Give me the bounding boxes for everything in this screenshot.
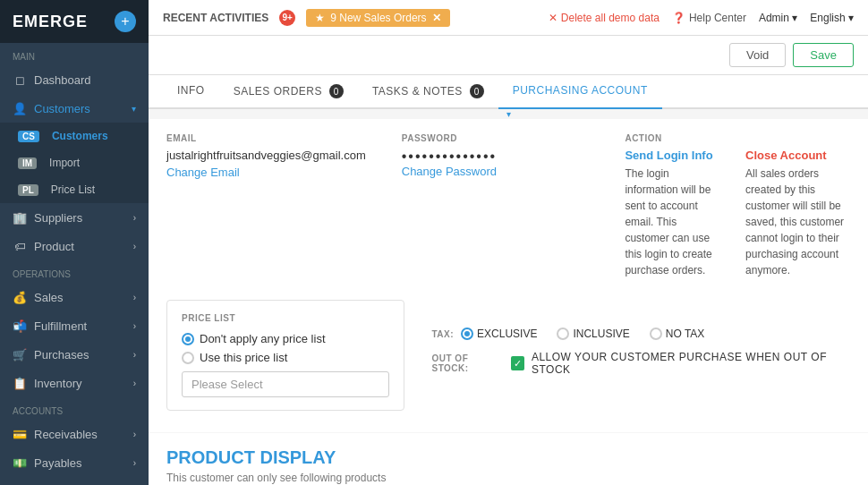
send-login-group: Send Login Info The login information wi…: [625, 149, 719, 278]
tax-exclusive-label: EXCLUSIVE: [477, 328, 537, 340]
recent-activities-label: RECENT ACTIVITIES: [163, 12, 268, 24]
chevron-inventory-icon: ›: [133, 379, 136, 388]
purchases-icon: 🛒: [13, 347, 27, 362]
close-account-group: Close Account All sales orders created b…: [745, 149, 850, 278]
radio-use-price-list[interactable]: Use this price list: [182, 351, 389, 364]
sidebar-item-inventory[interactable]: 📋 Inventory ›: [0, 369, 149, 397]
sidebar-item-purchases[interactable]: 🛒 Purchases ›: [0, 340, 149, 369]
action-group: ACTION Send Login Info The login informa…: [625, 133, 850, 278]
sidebar-label-customers: Customers: [34, 102, 90, 115]
credentials-section: EMAIL justalrightfruitsandveggies@gmail.…: [149, 119, 868, 432]
product-display-section: PRODUCT DISPLAY This customer can only s…: [149, 433, 868, 485]
admin-menu[interactable]: Admin ▾: [759, 12, 797, 24]
customers-submenu: CS Customers IM Import PL Price List: [0, 123, 149, 203]
star-icon: ★: [315, 12, 325, 24]
help-icon: ❓: [672, 12, 685, 24]
tax-inclusive-option[interactable]: INCLUSIVE: [557, 328, 629, 340]
sales-orders-badge[interactable]: ★ 9 New Sales Orders ✕: [306, 9, 449, 27]
chevron-lang-icon: ▾: [848, 12, 854, 24]
void-button[interactable]: Void: [729, 43, 786, 67]
tax-oos-group: TAX: EXCLUSIVE INCLUSIVE N: [431, 328, 850, 376]
price-list-section: PRICE LIST Don't apply any price list Us…: [166, 300, 404, 411]
radio-no-price-list[interactable]: Don't apply any price list: [182, 332, 389, 345]
pl-badge: PL: [18, 184, 38, 196]
close-account-link[interactable]: Close Account: [745, 149, 850, 162]
tasks-tab-badge: 0: [470, 84, 484, 98]
price-list-and-tax: PRICE LIST Don't apply any price list Us…: [166, 293, 850, 411]
help-center-button[interactable]: ❓ Help Center: [672, 12, 746, 24]
change-email-link[interactable]: Change Email: [166, 166, 240, 179]
send-login-desc: The login information will be sent to ac…: [625, 166, 719, 278]
tax-no-tax-label: NO TAX: [666, 328, 705, 340]
dashboard-icon: ◻: [13, 72, 27, 87]
sidebar-item-products[interactable]: 🏷 Product ›: [0, 232, 149, 260]
sales-orders-label: 9 New Sales Orders: [330, 12, 426, 24]
oos-checkbox[interactable]: ✓: [511, 356, 524, 370]
language-menu[interactable]: English ▾: [810, 12, 854, 24]
product-display-desc: This customer can only see following pro…: [166, 472, 850, 484]
customers-icon: 👤: [13, 101, 27, 115]
send-login-link[interactable]: Send Login Info: [625, 149, 719, 162]
actionbar: Void Save: [149, 36, 868, 75]
save-button[interactable]: Save: [793, 43, 854, 67]
sidebar-item-import[interactable]: IM Import: [0, 149, 149, 176]
topbar: RECENT ACTIVITIES 9+ ★ 9 New Sales Order…: [149, 0, 868, 36]
cs-badge: CS: [18, 131, 39, 142]
sidebar-item-suppliers[interactable]: 🏢 Suppliers ›: [0, 203, 149, 232]
sidebar-item-sales[interactable]: 💰 Sales ›: [0, 283, 149, 311]
sidebar-label-purchases: Purchases: [34, 348, 89, 362]
tax-no-tax-option[interactable]: NO TAX: [650, 328, 705, 340]
radio-use-price-list-label: Use this price list: [200, 351, 287, 364]
sidebar-label-dashboard: Dashboard: [34, 73, 91, 87]
chevron-purchases-icon: ›: [133, 350, 136, 360]
accounts-section-label: Accounts: [0, 397, 149, 420]
sidebar-item-receivables[interactable]: 💳 Receivables ›: [0, 420, 149, 448]
change-password-link[interactable]: Change Password: [402, 165, 497, 178]
sidebar-item-dashboard[interactable]: ◻ Dashboard: [0, 65, 149, 94]
close-sales-badge-button[interactable]: ✕: [432, 12, 441, 24]
activities-badge: 9+: [279, 10, 295, 26]
tabs: INFO SALES ORDERS 0 TASKS & NOTES 0 PURC…: [149, 75, 868, 109]
tab-active-chevron: ▾: [149, 109, 868, 119]
x-icon: ✕: [549, 12, 557, 24]
sidebar-item-customers[interactable]: 👤 Customers ▾: [0, 94, 149, 123]
topbar-right: ✕ Delete all demo data ❓ Help Center Adm…: [549, 12, 854, 24]
sidebar-item-fulfillment[interactable]: 📬 Fulfillment ›: [0, 311, 149, 340]
sidebar-item-price-list[interactable]: PL Price List: [0, 176, 149, 203]
tax-inclusive-radio: [557, 328, 569, 340]
add-button[interactable]: +: [115, 11, 136, 32]
sidebar-label-price-list: Price List: [51, 183, 95, 196]
content-area: EMAIL justalrightfruitsandveggies@gmail.…: [149, 119, 868, 485]
tab-purchasing-account[interactable]: PURCHASING ACCOUNT: [498, 75, 662, 109]
price-list-select[interactable]: Please Select: [182, 371, 389, 397]
radio-use-price-list-dot: [182, 352, 194, 364]
sidebar-item-payables[interactable]: 💵 Payables ›: [0, 448, 149, 477]
oos-text: ALLOW YOUR CUSTOMER PURCHASE WHEN OUT OF…: [532, 351, 850, 376]
chevron-products-icon: ›: [133, 242, 136, 251]
suppliers-icon: 🏢: [13, 210, 27, 225]
sidebar-item-customers-sub[interactable]: CS Customers: [0, 123, 149, 149]
tax-exclusive-option[interactable]: EXCLUSIVE: [461, 328, 537, 340]
im-badge: IM: [18, 157, 37, 169]
products-icon: 🏷: [13, 239, 27, 253]
logo-text: EMERGE: [13, 13, 88, 31]
password-dots: ••••••••••••••: [402, 149, 590, 165]
sidebar-label-suppliers: Suppliers: [34, 211, 82, 225]
tax-label: TAX:: [431, 329, 454, 339]
tab-sales-orders[interactable]: SALES ORDERS 0: [219, 75, 358, 107]
sidebar-label-import: Import: [49, 157, 80, 169]
sidebar-label-fulfillment: Fulfillment: [34, 319, 87, 333]
tab-tasks-notes[interactable]: TASKS & NOTES 0: [358, 75, 498, 107]
tax-options-row: TAX: EXCLUSIVE INCLUSIVE N: [431, 328, 850, 340]
delete-demo-button[interactable]: ✕ Delete all demo data: [549, 12, 660, 24]
fields-row: EMAIL justalrightfruitsandveggies@gmail.…: [166, 133, 850, 278]
sidebar-logo: EMERGE +: [0, 0, 149, 43]
tax-inclusive-label: INCLUSIVE: [573, 328, 629, 340]
email-label: EMAIL: [166, 133, 366, 143]
sidebar-label-inventory: Inventory: [34, 377, 81, 390]
tab-info[interactable]: INFO: [163, 75, 219, 107]
product-display-title: PRODUCT DISPLAY: [166, 447, 850, 468]
plugins-section-label: Plugins: [0, 477, 149, 485]
radio-no-price-list-dot: [182, 333, 194, 345]
sidebar: EMERGE + Main ◻ Dashboard 👤 Customers ▾ …: [0, 0, 149, 485]
